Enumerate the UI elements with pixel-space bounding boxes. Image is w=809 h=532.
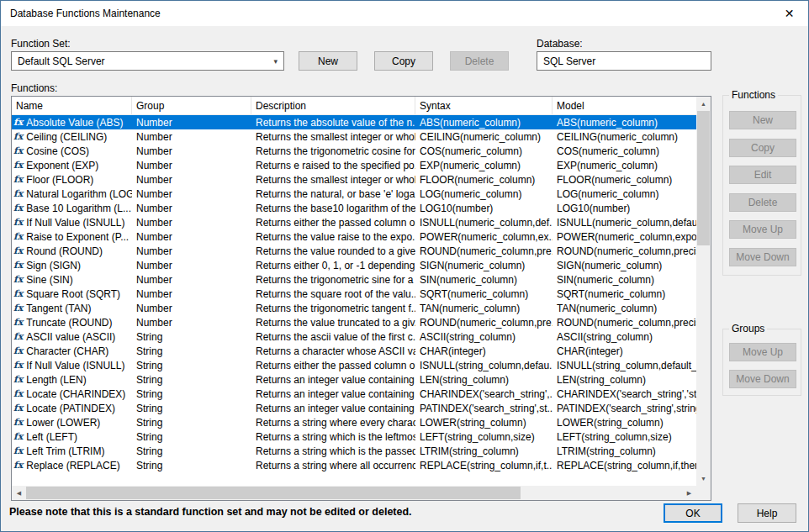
table-row[interactable]: fxTruncate (ROUND)NumberReturns the valu… (12, 315, 696, 329)
table-row[interactable]: fxCharacter (CHAR)StringReturns a charac… (12, 344, 696, 358)
function-fx-icon: fx (13, 303, 23, 313)
vertical-scrollbar-thumb[interactable] (697, 111, 710, 245)
function-group: String (132, 460, 251, 471)
table-row[interactable]: fxFloor (FLOOR)NumberReturns the smalles… (12, 172, 696, 187)
function-name: fxExponent (EXP) (12, 160, 132, 171)
function-description: Returns the natural, or base 'e' loga... (251, 188, 415, 200)
function-syntax: PATINDEX('search_string',st... (415, 403, 553, 414)
scroll-left-icon[interactable]: ◀ (12, 486, 26, 500)
table-row[interactable]: fxASCII value (ASCII)StringReturns the a… (12, 329, 696, 344)
function-fx-icon: fx (13, 460, 23, 471)
dropdown-arrow-icon: ▾ (273, 57, 278, 66)
function-description: Returns a string which is the leftmos... (251, 431, 415, 443)
table-row[interactable]: fxCosine (COS)NumberReturns the trigonom… (12, 144, 696, 158)
ok-button[interactable]: OK (664, 503, 722, 523)
function-model: SIN(numeric_column) (553, 274, 696, 286)
table-row[interactable]: fxTangent (TAN)NumberReturns the trigono… (12, 301, 696, 315)
table-row[interactable]: fxSine (SIN)NumberReturns the trigonomet… (12, 272, 696, 287)
function-name: fxCeiling (CEILING) (12, 131, 132, 143)
column-header-description[interactable]: Description (251, 97, 415, 114)
new-button[interactable]: New (299, 51, 357, 71)
table-row[interactable]: fxCeiling (CEILING)NumberReturns the sma… (12, 129, 696, 144)
function-fx-icon: fx (13, 160, 23, 171)
function-model: FLOOR(numeric_column) (553, 174, 696, 186)
column-header-syntax[interactable]: Syntax (415, 97, 553, 114)
column-header-group[interactable]: Group (132, 97, 251, 114)
scroll-right-icon[interactable]: ▶ (682, 486, 696, 500)
database-field[interactable]: SQL Server (537, 51, 711, 71)
table-row[interactable]: fxNatural Logarithm (LOG)NumberReturns t… (12, 187, 696, 201)
table-row[interactable]: fxLower (LOWER)StringReturns a string wh… (12, 415, 696, 429)
function-model: ISNULL(string_column,default_v... (553, 360, 696, 371)
table-row[interactable]: fxLocate (CHARINDEX)StringReturns an int… (12, 387, 696, 401)
function-fx-icon: fx (13, 117, 23, 128)
table-row[interactable]: fxSign (SIGN)NumberReturns either 0, 1, … (12, 258, 696, 272)
functions-move-up-button: Move Up (729, 220, 796, 239)
table-row[interactable]: fxSquare Root (SQRT)NumberReturns the sq… (12, 287, 696, 301)
functions-groupbox-title: Functions (729, 89, 778, 101)
vertical-scrollbar[interactable]: ▲ ▼ (696, 97, 711, 486)
function-description: Returns an integer value containing ... (251, 374, 415, 386)
copy-button[interactable]: Copy (374, 51, 433, 71)
function-description: Returns the value raise to the expo... (251, 231, 415, 243)
table-row[interactable]: fxIf Null Value (ISNULL)NumberReturns ei… (12, 215, 696, 229)
column-header-model[interactable]: Model (553, 97, 696, 114)
function-description: Returns the smallest integer or whol... (251, 131, 415, 143)
function-fx-icon: fx (13, 317, 23, 328)
function-description: Returns a string which is the passed ... (251, 445, 415, 457)
function-syntax: ABS(numeric_column) (415, 117, 553, 129)
close-icon[interactable]: ✕ (770, 1, 808, 25)
scroll-down-icon[interactable]: ▼ (696, 471, 711, 486)
functions-move-down-button: Move Down (729, 248, 796, 266)
table-row[interactable]: fxLocate (PATINDEX)StringReturns an inte… (12, 401, 696, 415)
table-row[interactable]: fxLeft Trim (LTRIM)StringReturns a strin… (12, 444, 696, 458)
function-group: Number (132, 260, 251, 271)
function-group: Number (132, 131, 251, 143)
function-model: CEILING(numeric_column) (553, 131, 696, 143)
function-syntax: SIN(numeric_column) (415, 274, 553, 286)
function-model: EXP(numeric_column) (553, 160, 696, 171)
table-row[interactable]: fxRound (ROUND)NumberReturns the value r… (12, 244, 696, 258)
function-syntax: LEFT(string_column,size) (415, 431, 553, 443)
table-row[interactable]: fxReplace (REPLACE)StringReturns a strin… (12, 458, 696, 472)
scrollbar-corner (696, 486, 711, 500)
function-model: LOG10(number) (553, 203, 696, 214)
table-row[interactable]: fxRaise to Exponent (P...NumberReturns t… (12, 229, 696, 244)
function-fx-icon: fx (13, 217, 23, 228)
horizontal-scrollbar[interactable]: ◀ ▶ (12, 486, 696, 500)
table-row[interactable]: fxIf Null Value (ISNULL)StringReturns ei… (12, 358, 696, 372)
function-name: fxLocate (PATINDEX) (12, 403, 132, 414)
function-name: fxIf Null Value (ISNULL) (12, 360, 132, 371)
function-name: fxLength (LEN) (12, 374, 132, 386)
function-model: LOG(numeric_column) (553, 188, 696, 200)
scroll-up-icon[interactable]: ▲ (696, 97, 711, 111)
horizontal-scrollbar-thumb[interactable] (26, 487, 521, 499)
function-description: Returns the smallest integer or whol... (251, 174, 415, 186)
function-name: fxFloor (FLOOR) (12, 174, 132, 186)
function-syntax: POWER(numeric_column,ex... (415, 231, 553, 243)
groups-move-up-button: Move Up (729, 343, 796, 361)
function-model: CHAR(integer) (553, 345, 696, 357)
table-row[interactable]: fxAbsolute Value (ABS)NumberReturns the … (12, 115, 696, 129)
function-syntax: TAN(numeric_column) (415, 303, 553, 314)
table-row[interactable]: fxLength (LEN)StringReturns an integer v… (12, 372, 696, 387)
title-bar[interactable]: Database Functions Maintenance ✕ (1, 1, 808, 26)
function-description: Returns e raised to the specified po... (251, 160, 415, 171)
function-set-combobox[interactable]: Default SQL Server ▾ (11, 51, 284, 71)
table-row[interactable]: fxBase 10 Logarithm (L...NumberReturns t… (12, 201, 696, 215)
function-syntax: COS(numeric_column) (415, 145, 553, 157)
function-description: Returns the value truncated to a giv... (251, 317, 415, 329)
database-label: Database: (537, 38, 583, 50)
function-model: REPLACE(string_column,if,then) (553, 460, 696, 471)
function-fx-icon: fx (13, 431, 23, 442)
functions-table: Name Group Description Syntax Model fxAb… (11, 96, 711, 501)
function-fx-icon: fx (13, 288, 23, 299)
window-title: Database Functions Maintenance (10, 8, 161, 19)
function-syntax: ASCII(string_column) (415, 331, 553, 343)
function-description: Returns an integer value containing ... (251, 403, 415, 414)
table-row[interactable]: fxExponent (EXP)NumberReturns e raised t… (12, 158, 696, 172)
table-row[interactable]: fxLeft (LEFT)StringReturns a string whic… (12, 429, 696, 444)
function-model: ISNULL(numeric_column,default... (553, 217, 696, 229)
column-header-name[interactable]: Name (12, 97, 132, 114)
help-button[interactable]: Help (738, 503, 796, 523)
